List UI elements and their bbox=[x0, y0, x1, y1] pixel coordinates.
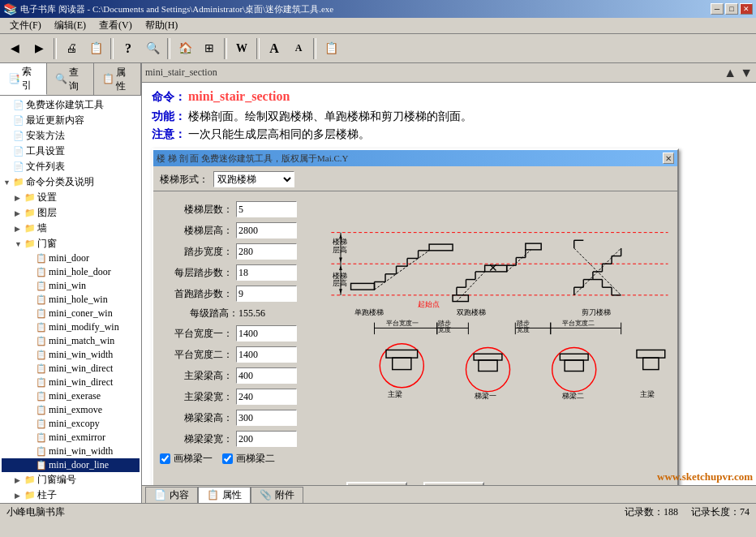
toolbar-sep3 bbox=[167, 38, 170, 59]
toolbar-forward[interactable]: ▶ bbox=[28, 37, 50, 60]
cancel-button[interactable]: Cancel bbox=[423, 482, 484, 485]
tree-item[interactable]: 📄工具设置 bbox=[2, 144, 140, 159]
checkbox-beam1[interactable]: 画梯梁一 bbox=[160, 452, 213, 466]
tree-item[interactable]: ▶📁门窗编号 bbox=[2, 472, 140, 488]
toolbar-print[interactable]: 🖨 bbox=[60, 37, 83, 60]
stair-type-select[interactable]: 双跑楼梯 单跑楼梯 剪刀楼梯 bbox=[213, 171, 294, 187]
tab-attribute[interactable]: 📋 属性 bbox=[198, 487, 251, 503]
input-stair-beam-height[interactable] bbox=[236, 410, 297, 426]
tree-item[interactable]: 📋mini_match_win bbox=[2, 334, 140, 348]
tree-item[interactable]: 📋mini_win_direct bbox=[2, 376, 140, 389]
svg-text:平台宽度一: 平台宽度一 bbox=[386, 320, 419, 327]
form-row-floors: 楼梯层数： bbox=[160, 201, 322, 217]
toolbar-help[interactable]: ? bbox=[117, 37, 140, 60]
svg-text:双跑楼梯: 双跑楼梯 bbox=[457, 308, 486, 316]
toolbar-home[interactable]: 🏠 bbox=[174, 37, 196, 60]
input-step-width[interactable] bbox=[236, 243, 297, 260]
toolbar-font-small[interactable]: A bbox=[287, 37, 310, 60]
main-area: 📑 索引 🔍 查询 📋 属性 📄免费迷你建筑工具📄最近更新内容📄安装方法📄工具设… bbox=[0, 63, 756, 503]
label-beam-width: 主梁梁宽： bbox=[160, 390, 233, 404]
tree-item[interactable]: ▶📁设置 bbox=[2, 190, 140, 205]
input-beam-height[interactable] bbox=[236, 367, 297, 384]
label-beam-height: 主梁梁高： bbox=[160, 369, 233, 383]
minimize-button[interactable]: ─ bbox=[711, 3, 724, 15]
toolbar-word[interactable]: W bbox=[230, 37, 253, 60]
toolbar-back[interactable]: ◀ bbox=[3, 37, 26, 60]
checkbox-beam2[interactable]: 画梯梁二 bbox=[222, 452, 275, 466]
tree-item[interactable]: 📋mini_coner_win bbox=[2, 307, 140, 320]
svg-rect-40 bbox=[526, 243, 541, 250]
label-step-width: 踏步宽度： bbox=[160, 245, 233, 259]
status-bar: 小峰电脑书库 记录数：188 记录长度：74 bbox=[0, 503, 756, 521]
input-first-run[interactable] bbox=[236, 286, 297, 302]
tree-item[interactable]: 📋mini_hole_door bbox=[2, 265, 140, 279]
maximize-button[interactable]: □ bbox=[725, 3, 738, 15]
tree-item[interactable]: 📋mini_hole_win bbox=[2, 293, 140, 307]
input-steps-per-floor[interactable] bbox=[236, 264, 297, 281]
input-platform2[interactable] bbox=[236, 346, 297, 363]
svg-rect-69 bbox=[393, 358, 411, 369]
tree-item[interactable]: 📋mini_win_width bbox=[2, 348, 140, 362]
tree-item[interactable]: 📋mini_modify_win bbox=[2, 320, 140, 334]
input-platform1[interactable] bbox=[236, 325, 297, 342]
svg-rect-68 bbox=[386, 350, 418, 358]
svg-rect-79 bbox=[637, 350, 665, 358]
tree-item[interactable]: ▼📁命令分类及说明 bbox=[2, 174, 140, 190]
tab-attachment[interactable]: 📎 附件 bbox=[251, 487, 303, 503]
tree-item[interactable]: 📋mini_exerase bbox=[2, 389, 140, 403]
close-button[interactable]: ✕ bbox=[740, 3, 753, 15]
command-name: mini_stair_section bbox=[188, 89, 290, 103]
menu-edit[interactable]: 编辑(E) bbox=[48, 17, 92, 34]
tree-item[interactable]: 📄最近更新内容 bbox=[2, 113, 140, 128]
form-row-floor-height: 楼梯层高： bbox=[160, 222, 322, 238]
tree-item[interactable]: ▼📁门窗 bbox=[2, 236, 140, 251]
tab-search[interactable]: 🔍 查询 bbox=[47, 63, 94, 95]
tree-item[interactable]: 📋mini_door_line bbox=[2, 458, 140, 472]
dialog-close-button[interactable]: ✕ bbox=[663, 153, 674, 164]
tree-item[interactable]: 📄文件列表 bbox=[2, 159, 140, 174]
svg-rect-72 bbox=[474, 354, 502, 360]
tree-item[interactable]: ▶📁图层 bbox=[2, 205, 140, 221]
tree-item[interactable]: 📋mini_door bbox=[2, 251, 140, 265]
menu-file[interactable]: 文件(F) bbox=[3, 17, 48, 34]
sidebar-tree: 📄免费迷你建筑工具📄最近更新内容📄安装方法📄工具设置📄文件列表▼📁命令分类及说明… bbox=[0, 96, 141, 503]
dialog-title-bar: 楼 梯 剖 面 免费迷你建筑工具，版权属于Mai.C.Y ✕ bbox=[153, 150, 677, 166]
tree-item[interactable]: 📄免费迷你建筑工具 bbox=[2, 97, 140, 113]
tree-item[interactable]: 📋mini_win_width bbox=[2, 445, 140, 458]
input-floors[interactable] bbox=[236, 201, 297, 217]
title-bar-text: 📚 电子书库 阅读器 - C:\Documents and Settings\A… bbox=[3, 2, 333, 16]
ok-button[interactable]: OK bbox=[346, 482, 407, 485]
toolbar-grid[interactable]: ⊞ bbox=[198, 37, 221, 60]
content-header: mini_stair_section ▲ ▼ bbox=[142, 63, 756, 83]
tab-property[interactable]: 📋 属性 bbox=[94, 63, 141, 95]
nav-up[interactable]: ▲ bbox=[724, 66, 737, 80]
label-first-run: 首跑踏步数： bbox=[160, 287, 233, 301]
tree-item[interactable]: 📄安装方法 bbox=[2, 128, 140, 144]
tree-item[interactable]: 📋mini_exmirror bbox=[2, 431, 140, 445]
toolbar-search[interactable]: 🔍 bbox=[141, 37, 164, 60]
menu-view[interactable]: 查看(V) bbox=[92, 17, 139, 34]
input-floor-height[interactable] bbox=[236, 222, 297, 238]
toolbar-copy[interactable]: 📋 bbox=[320, 37, 342, 60]
tree-item[interactable]: ▶📁墙 bbox=[2, 221, 140, 236]
input-beam-width[interactable] bbox=[236, 389, 297, 405]
toolbar-font-large[interactable]: A bbox=[263, 37, 286, 60]
input-stair-beam-width[interactable] bbox=[236, 431, 297, 447]
tab-index[interactable]: 📑 索引 bbox=[0, 63, 47, 95]
stair-svg: 楼梯 层高 楼梯 层高 bbox=[329, 201, 671, 428]
tree-item[interactable]: 📋mini_win_direct bbox=[2, 362, 140, 376]
checkbox-beam1-input[interactable] bbox=[160, 453, 170, 464]
watermark: www.sketchupvr.com bbox=[657, 470, 753, 483]
tree-item[interactable]: 📋mini_excopy bbox=[2, 417, 140, 431]
tree-item[interactable]: 📋mini_exmove bbox=[2, 403, 140, 417]
tree-item[interactable]: ▶📁柱子 bbox=[2, 488, 140, 503]
nav-down[interactable]: ▼ bbox=[740, 66, 753, 80]
bottom-tabs: 📄 内容 📋 属性 📎 附件 bbox=[142, 485, 756, 503]
tab-content[interactable]: 📄 内容 bbox=[145, 487, 198, 503]
tree-item[interactable]: 📋mini_win bbox=[2, 279, 140, 293]
content-body: 命令： mini_stair_section 功能： 楼梯剖面。绘制双跑楼梯、单… bbox=[142, 83, 756, 485]
checkbox-beam2-input[interactable] bbox=[222, 453, 233, 464]
menu-help[interactable]: 帮助(H) bbox=[139, 17, 185, 34]
toolbar-doc[interactable]: 📋 bbox=[84, 37, 107, 60]
dialog-buttons: OK Cancel bbox=[153, 477, 677, 485]
